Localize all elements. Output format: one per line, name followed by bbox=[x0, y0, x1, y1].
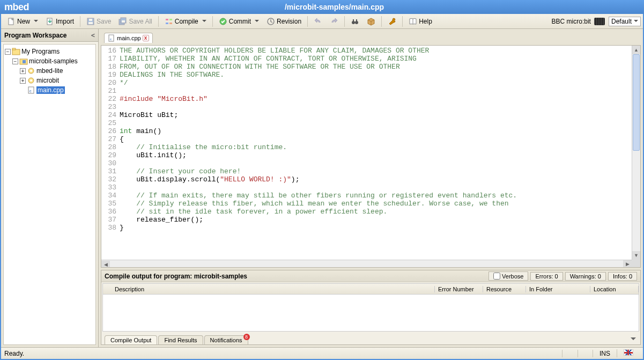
tree-project[interactable]: − microbit-samples bbox=[5, 56, 94, 66]
sidebar-title: Program Workspace bbox=[4, 32, 67, 39]
tools-button[interactable] bbox=[384, 16, 399, 27]
verbose-checkbox[interactable]: Verbose bbox=[488, 271, 528, 281]
profile-label: Default bbox=[611, 18, 632, 25]
svg-text:c: c bbox=[110, 38, 112, 41]
statusbar: Ready. INS bbox=[1, 347, 643, 359]
separator bbox=[158, 16, 159, 27]
vertical-scrollbar[interactable]: ▲▼ bbox=[632, 46, 640, 260]
import-button[interactable]: Import bbox=[42, 16, 77, 27]
tree-root[interactable]: − My Programs bbox=[5, 47, 94, 56]
toolbar: New Import Save Save All Compile Commit … bbox=[1, 14, 643, 29]
tree-item-mbedlite[interactable]: + mbed-lite bbox=[5, 66, 94, 76]
svg-rect-22 bbox=[23, 60, 26, 63]
compile-icon bbox=[165, 17, 173, 26]
tab-compile-output[interactable]: Compile Output bbox=[105, 335, 157, 344]
svg-rect-20 bbox=[12, 48, 16, 50]
device-label: BBC micro:bit bbox=[552, 18, 591, 25]
undo-icon bbox=[314, 17, 322, 26]
commit-label: Commit bbox=[229, 18, 251, 25]
tab-maincpp[interactable]: c main.cpp x bbox=[104, 33, 153, 43]
tree-toggle-icon[interactable]: + bbox=[20, 68, 26, 74]
svg-rect-4 bbox=[89, 19, 92, 21]
new-file-icon bbox=[7, 17, 16, 26]
col-errnum[interactable]: Error Number bbox=[435, 286, 483, 292]
new-label: New bbox=[17, 18, 30, 25]
tab-find-results[interactable]: Find Results bbox=[158, 335, 203, 344]
help-label: Help bbox=[419, 18, 432, 25]
titlebar: mbed /microbit-samples/main.cpp bbox=[0, 0, 644, 14]
status-lang[interactable] bbox=[617, 349, 640, 357]
output-panel: Compile output for program: microbit-sam… bbox=[101, 270, 641, 345]
compile-button[interactable]: Compile bbox=[161, 16, 210, 27]
col-description[interactable]: Description bbox=[112, 286, 435, 292]
tree-toggle-icon[interactable]: − bbox=[12, 58, 18, 64]
book-icon bbox=[409, 17, 417, 26]
save-button[interactable]: Save bbox=[83, 16, 114, 27]
separator bbox=[307, 16, 308, 27]
svg-point-24 bbox=[30, 70, 32, 72]
profile-selector[interactable]: Default bbox=[609, 17, 641, 26]
status-ins: INS bbox=[593, 350, 617, 357]
gear-folder-icon bbox=[27, 76, 35, 85]
output-title-prefix: Compile output for program: bbox=[105, 273, 194, 280]
help-button[interactable]: Help bbox=[405, 16, 435, 27]
programs-icon bbox=[12, 47, 20, 56]
tree-toggle-icon[interactable]: − bbox=[5, 49, 11, 55]
saveall-button[interactable]: Save All bbox=[115, 16, 155, 27]
editor-tabbar: c main.cpp x bbox=[101, 31, 641, 43]
errors-button[interactable]: Errors: 0 bbox=[530, 272, 562, 281]
horizontal-scrollbar[interactable]: ◀▶ bbox=[101, 260, 632, 267]
separator bbox=[402, 16, 403, 27]
box-icon bbox=[367, 17, 375, 26]
saveall-label: Save All bbox=[129, 18, 152, 25]
undo-button[interactable] bbox=[310, 16, 325, 27]
redo-button[interactable] bbox=[327, 16, 342, 27]
separator bbox=[344, 16, 345, 27]
col-resource[interactable]: Resource bbox=[483, 286, 526, 292]
svg-rect-9 bbox=[169, 19, 172, 20]
col-location[interactable]: Location bbox=[590, 286, 639, 292]
package-button[interactable] bbox=[364, 16, 379, 27]
window-title: /microbit-samples/main.cpp bbox=[29, 3, 640, 11]
warnings-button[interactable]: Warnings: 0 bbox=[565, 272, 606, 281]
expand-output-button[interactable] bbox=[631, 337, 640, 344]
sidebar-header: Program Workspace < bbox=[1, 29, 98, 42]
status-empty2 bbox=[578, 350, 593, 357]
infos-button[interactable]: Infos: 0 bbox=[608, 272, 637, 281]
device-selector[interactable]: BBC micro:bit bbox=[549, 17, 608, 26]
close-tab-button[interactable]: x bbox=[143, 35, 149, 41]
output-tabs: Compile Output Find Results Notification… bbox=[101, 333, 640, 344]
compile-label: Compile bbox=[175, 18, 198, 25]
tree-toggle-icon[interactable]: + bbox=[20, 78, 26, 84]
find-button[interactable] bbox=[347, 16, 362, 27]
revision-label: Revision bbox=[277, 18, 301, 25]
tree-item-label: mbed-lite bbox=[36, 67, 63, 75]
tab-notifications[interactable]: Notifications 8 bbox=[204, 335, 248, 344]
logo: mbed bbox=[4, 2, 29, 13]
uk-flag-icon bbox=[624, 349, 633, 356]
separator bbox=[80, 16, 80, 27]
code-content[interactable]: 16THE AUTHORS OR COPYRIGHT HOLDERS BE LI… bbox=[101, 46, 640, 260]
col-folder[interactable]: In Folder bbox=[526, 286, 590, 292]
svg-point-26 bbox=[30, 79, 32, 82]
svg-rect-11 bbox=[169, 23, 172, 24]
save-label: Save bbox=[97, 18, 111, 25]
tree-item-microbit[interactable]: + microbit bbox=[5, 76, 94, 85]
new-button[interactable]: New bbox=[4, 16, 41, 27]
scroll-corner bbox=[632, 260, 640, 267]
revision-icon bbox=[267, 17, 275, 26]
cpp-file-icon: c bbox=[108, 34, 115, 42]
svg-rect-16 bbox=[353, 19, 354, 21]
svg-text:c: c bbox=[29, 89, 32, 93]
cpp-file-icon: c bbox=[27, 86, 35, 94]
binoculars-icon bbox=[351, 17, 359, 26]
tree-item-maincpp[interactable]: c main.cpp bbox=[5, 85, 94, 95]
redo-icon bbox=[330, 17, 338, 26]
project-icon bbox=[19, 57, 28, 65]
collapse-sidebar-button[interactable]: < bbox=[91, 32, 95, 39]
revision-button[interactable]: Revision bbox=[263, 16, 305, 27]
commit-button[interactable]: Commit bbox=[216, 16, 262, 27]
import-icon bbox=[46, 17, 54, 26]
code-editor[interactable]: 16THE AUTHORS OR COPYRIGHT HOLDERS BE LI… bbox=[101, 45, 641, 268]
saveall-icon bbox=[119, 17, 127, 26]
